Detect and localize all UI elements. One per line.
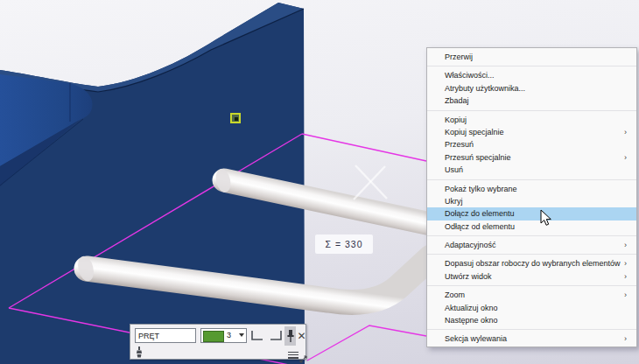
menu-item-przesun-specjalnie[interactable]: Przesuń specjalnie› — [427, 151, 636, 164]
toolbar-options-button[interactable] — [288, 350, 298, 359]
resize-arrows-icon — [299, 355, 307, 363]
menu-item-atrybuty[interactable]: Atrybuty użytkownika... — [427, 82, 636, 94]
menu-separator — [427, 254, 636, 255]
menu-item-wlasciwosci[interactable]: Właściwości... — [427, 69, 636, 81]
menu-item-odlacz-od-elementu[interactable]: Odłącz od elementu — [427, 220, 636, 233]
menu-item-zoom[interactable]: Zoom› — [427, 289, 636, 301]
menu-item-ukryj[interactable]: Ukryj — [427, 195, 636, 207]
menu-item-dopasuj-obszar[interactable]: Dopasuj obszar roboczy do wybranych elem… — [427, 257, 636, 270]
hamburger-icon — [288, 352, 298, 354]
menu-item-utworz-widok[interactable]: Utwórz widok› — [427, 270, 636, 283]
corner-end-icon — [270, 330, 283, 341]
menu-separator — [427, 329, 636, 330]
menu-separator — [427, 66, 636, 66]
menu-separator — [427, 110, 636, 111]
sum-annotation: Σ = 330 — [315, 234, 373, 254]
submenu-arrow-icon: › — [624, 239, 627, 251]
menu-item-kopiuj[interactable]: Kopiuj — [427, 114, 636, 126]
part-name-input[interactable] — [135, 328, 196, 343]
class-number: 3 — [227, 331, 231, 340]
menu-item-zbadaj[interactable]: Zbadaj — [427, 94, 636, 107]
menu-item-kopiuj-specjalnie[interactable]: Kopiuj specjalnie› — [427, 126, 636, 138]
mini-toolbar: 3 ✕ — [130, 324, 306, 360]
menu-item-aktualizuj-okno[interactable]: Aktualizuj okno — [427, 302, 636, 314]
submenu-arrow-icon: › — [624, 151, 627, 164]
menu-item-nastepne-okno[interactable]: Następne okno — [427, 314, 636, 326]
menu-item-sekcja-wylewania[interactable]: Sekcja wylewania› — [427, 332, 636, 345]
menu-item-usun[interactable]: Usuń — [427, 164, 636, 176]
menu-item-pokaz-tylko-wybrane[interactable]: Pokaż tylko wybrane — [427, 183, 636, 195]
submenu-arrow-icon: › — [624, 257, 627, 270]
menu-separator — [427, 235, 636, 236]
snap-cross-marker — [354, 165, 387, 200]
pin-toolbar-button[interactable] — [284, 326, 296, 346]
submenu-arrow-icon: › — [624, 332, 627, 345]
menu-separator — [427, 179, 636, 180]
menu-item-przesun[interactable]: Przesuń — [427, 138, 636, 150]
context-menu: Przerwij Właściwości... Atrybuty użytkow… — [426, 47, 637, 347]
brush-icon — [134, 346, 144, 359]
menu-item-przerwij[interactable]: Przerwij — [427, 51, 636, 63]
corner-start-icon — [250, 330, 263, 341]
handle-dot-icon — [235, 117, 238, 121]
submenu-arrow-icon: › — [624, 289, 627, 301]
menu-item-adaptacyjnosc[interactable]: Adaptacyjność› — [427, 239, 636, 251]
submenu-arrow-icon: › — [624, 126, 627, 138]
apply-properties-button[interactable] — [134, 346, 144, 359]
menu-separator — [427, 285, 636, 286]
mouse-cursor-icon — [540, 209, 553, 231]
dropdown-arrow-icon — [239, 333, 244, 337]
submenu-arrow-icon: › — [624, 270, 627, 283]
model-viewport[interactable]: Σ = 330 3 ✕ — [0, 0, 639, 364]
close-icon: ✕ — [297, 330, 305, 342]
corner-start-button[interactable] — [249, 327, 265, 344]
class-color-combo[interactable]: 3 — [200, 328, 247, 343]
selection-handle[interactable] — [230, 113, 241, 123]
class-color-swatch — [203, 331, 224, 342]
menu-item-dolacz-do-elementu[interactable]: Dołącz do elementu — [427, 207, 636, 220]
toolbar-resize-handle[interactable] — [299, 351, 307, 359]
close-toolbar-button[interactable]: ✕ — [296, 326, 307, 346]
pin-icon — [286, 329, 295, 343]
corner-end-button[interactable] — [268, 327, 284, 344]
